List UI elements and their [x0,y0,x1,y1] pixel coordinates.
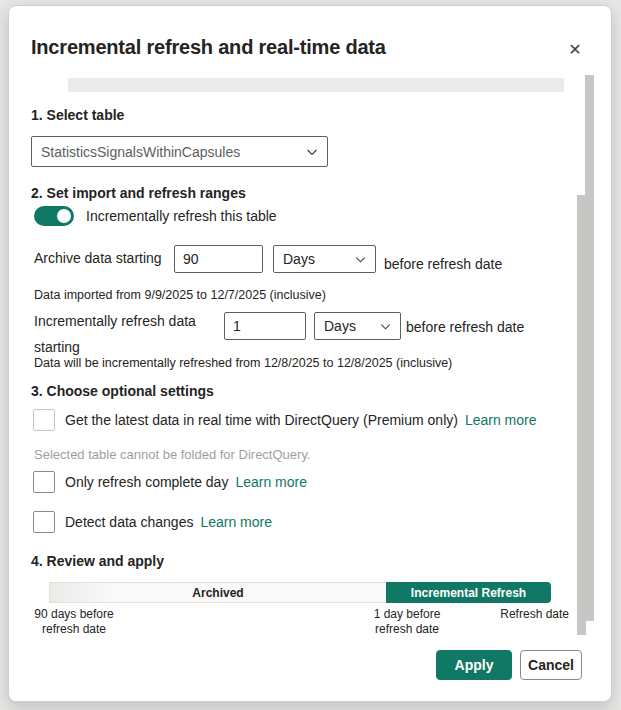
detect-changes-learn-more-link[interactable]: Learn more [200,514,272,530]
directquery-disabled-note: Selected table cannot be folded for Dire… [34,447,311,462]
detect-changes-checkbox[interactable] [33,511,55,533]
option-row-detect-changes: Detect data changes Learn more [33,511,272,533]
directquery-learn-more-link[interactable]: Learn more [465,412,537,428]
dialog-title: Incremental refresh and real-time data [31,36,386,59]
detect-changes-label: Detect data changes [65,514,193,530]
refresh-range-bar: Archived Incremental Refresh [49,582,551,603]
chevron-down-icon [305,145,319,159]
section-heading-optional: 3. Choose optional settings [31,383,214,399]
archive-period-input[interactable] [174,245,263,273]
incremental-row-suffix: before refresh date [406,316,551,339]
close-button[interactable]: ✕ [561,35,589,63]
table-select-dropdown[interactable]: StatisticsSignalsWithinCapsules [31,136,328,167]
tick-1-day-before: 1 day before refresh date [368,607,446,637]
option-row-complete-day: Only refresh complete day Learn more [33,471,307,493]
directquery-checkbox[interactable] [33,409,55,431]
close-icon: ✕ [568,40,581,59]
toggle-knob [57,209,71,223]
toggle-label: Incrementally refresh this table [86,208,277,224]
table-select-value: StatisticsSignalsWithinCapsules [41,144,240,160]
incremental-refresh-dialog: Incremental refresh and real-time data ✕… [8,5,612,702]
incremental-unit-value: Days [324,318,356,334]
complete-day-learn-more-link[interactable]: Learn more [235,474,307,490]
section-heading-select-table: 1. Select table [31,107,124,123]
complete-day-label: Only refresh complete day [65,474,228,490]
archived-segment-label: Archived [192,586,243,600]
content-scrollbar-thumb[interactable] [577,195,586,635]
incremental-refresh-toggle[interactable] [34,206,74,226]
archive-row-label: Archive data starting [34,250,162,266]
incremental-refresh-segment: Incremental Refresh [386,582,551,603]
cancel-button[interactable]: Cancel [520,650,582,680]
archive-row-suffix: before refresh date [384,256,502,272]
refresh-range-note: Data will be incrementally refreshed fro… [34,356,452,370]
incremental-segment-label: Incremental Refresh [411,586,526,600]
archive-unit-value: Days [283,251,315,267]
tick-90-days-before: 90 days before refresh date [31,607,117,637]
option-row-directquery: Get the latest data in real time with Di… [33,409,537,431]
section-heading-ranges: 2. Set import and refresh ranges [31,185,246,201]
import-range-note: Data imported from 9/9/2025 to 12/7/2025… [34,288,326,302]
incremental-unit-select[interactable]: Days [314,312,401,340]
chevron-down-icon [379,320,392,333]
dialog-scrollbar-thumb[interactable] [585,75,594,621]
complete-day-checkbox[interactable] [33,471,55,493]
tick-refresh-date: Refresh date [489,607,569,622]
archive-unit-select[interactable]: Days [273,245,376,273]
incremental-refresh-toggle-row: Incrementally refresh this table [34,206,277,226]
section-heading-review: 4. Review and apply [31,553,164,569]
incremental-period-input[interactable] [224,312,306,340]
clipped-scrolled-content-strip [68,78,564,92]
archived-segment: Archived [49,582,386,603]
incremental-row-label: Incrementally refresh data starting [34,308,219,360]
directquery-label: Get the latest data in real time with Di… [65,412,458,428]
chevron-down-icon [354,253,367,266]
apply-button[interactable]: Apply [436,650,512,680]
